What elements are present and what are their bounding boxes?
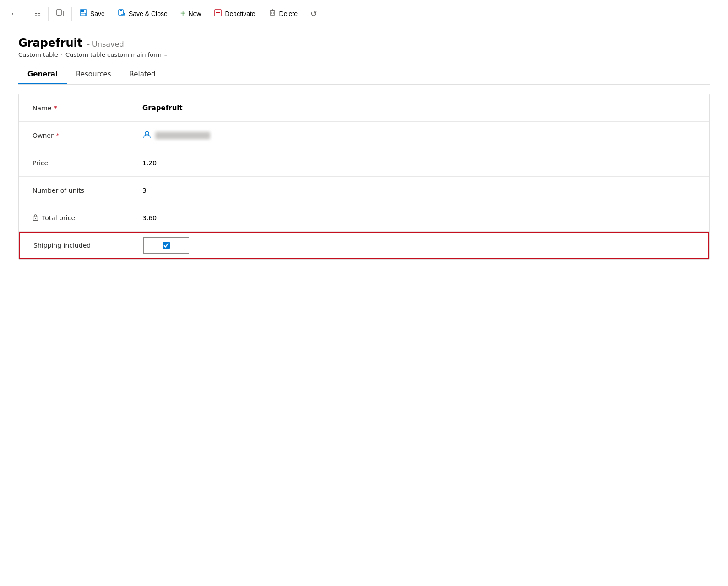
units-row: Number of units 3: [19, 177, 709, 204]
name-value[interactable]: Grapefruit: [142, 104, 695, 112]
breadcrumb-form-label: Custom table custom main form: [65, 51, 162, 58]
owner-value[interactable]: [142, 130, 695, 141]
divider-3: [71, 7, 72, 21]
owner-field: [142, 130, 695, 141]
owner-required-star: *: [56, 132, 60, 139]
tabs: General Resources Related: [18, 65, 710, 85]
page-title: Grapefruit: [18, 37, 82, 49]
new-label: New: [188, 10, 201, 17]
delete-button[interactable]: Delete: [262, 0, 304, 27]
owner-label: Owner *: [33, 132, 142, 139]
owner-name-blurred: [155, 132, 210, 139]
unsaved-label: - Unsaved: [87, 40, 124, 49]
deactivate-icon: [214, 9, 222, 19]
total-price-label: Total price: [33, 214, 142, 222]
shipping-label: Shipping included: [33, 242, 143, 249]
shipping-checkbox[interactable]: [163, 242, 170, 249]
new-button[interactable]: + New: [174, 0, 208, 27]
name-required-star: *: [54, 104, 57, 111]
chevron-down-icon: ⌄: [163, 52, 168, 58]
refresh-icon: ↺: [310, 9, 317, 19]
breadcrumb-table: Custom table: [18, 51, 58, 58]
units-label: Number of units: [33, 187, 142, 194]
title-row: Grapefruit - Unsaved: [18, 37, 710, 49]
lock-icon: [33, 214, 38, 222]
list-button[interactable]: ☷: [28, 0, 47, 27]
price-value[interactable]: 1.20: [142, 159, 695, 167]
person-icon: [142, 130, 152, 141]
save-label: Save: [90, 10, 105, 17]
shipping-value: [143, 237, 695, 254]
svg-rect-8: [271, 11, 274, 16]
delete-label: Delete: [279, 10, 298, 17]
form-container: Name * Grapefruit Owner * Price 1.20: [18, 94, 710, 260]
svg-rect-5: [120, 10, 122, 11]
save-icon: [79, 9, 87, 19]
export-button[interactable]: [49, 0, 71, 27]
name-label: Name *: [33, 104, 142, 112]
save-close-icon: [118, 9, 126, 19]
list-icon: ☷: [34, 9, 41, 18]
svg-rect-2: [81, 10, 84, 12]
deactivate-label: Deactivate: [225, 10, 255, 17]
price-row: Price 1.20: [19, 149, 709, 177]
export-icon: [56, 9, 64, 19]
price-label: Price: [33, 159, 142, 167]
tab-resources[interactable]: Resources: [67, 65, 120, 84]
page-header: Grapefruit - Unsaved Custom table · Cust…: [0, 27, 728, 58]
tab-related[interactable]: Related: [120, 65, 165, 84]
save-button[interactable]: Save: [73, 0, 111, 27]
back-button[interactable]: ←: [4, 5, 26, 22]
svg-point-15: [35, 218, 36, 219]
save-close-label: Save & Close: [129, 10, 168, 17]
tab-general[interactable]: General: [18, 65, 67, 84]
divider-1: [27, 7, 27, 21]
name-row: Name * Grapefruit: [19, 94, 709, 122]
breadcrumb-form-link[interactable]: Custom table custom main form ⌄: [65, 51, 168, 58]
save-close-button[interactable]: Save & Close: [111, 0, 174, 27]
breadcrumb-dot: ·: [61, 51, 63, 58]
deactivate-button[interactable]: Deactivate: [207, 0, 261, 27]
total-price-row: Total price 3.60: [19, 204, 709, 232]
shipping-checkbox-cell[interactable]: [143, 237, 189, 254]
divider-2: [48, 7, 49, 21]
toolbar: ← ☷ Save: [0, 0, 728, 27]
delete-icon: [268, 9, 277, 19]
new-icon: +: [180, 8, 186, 19]
svg-rect-3: [81, 13, 86, 16]
back-icon: ←: [10, 8, 19, 19]
refresh-button[interactable]: ↺: [304, 0, 324, 27]
breadcrumb: Custom table · Custom table custom main …: [18, 51, 710, 58]
total-price-value: 3.60: [142, 214, 695, 222]
svg-rect-0: [57, 10, 61, 15]
units-value[interactable]: 3: [142, 187, 695, 194]
shipping-row: Shipping included: [19, 232, 709, 259]
owner-row: Owner *: [19, 122, 709, 149]
